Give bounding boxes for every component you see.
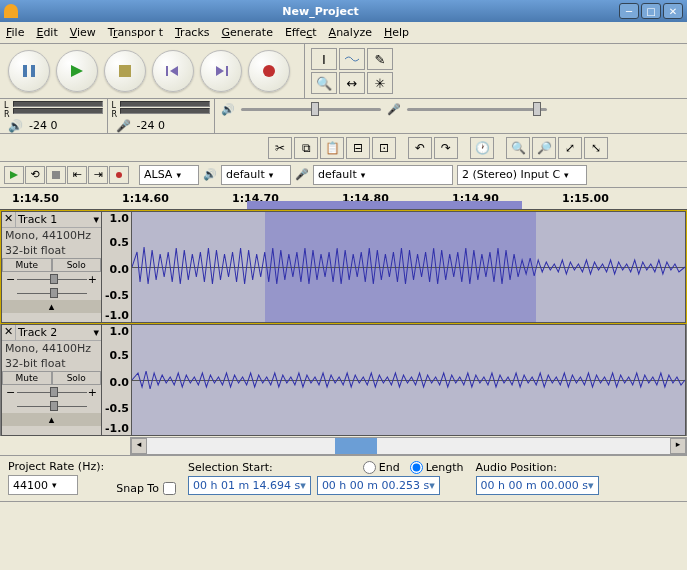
menu-help[interactable]: Help <box>384 26 409 39</box>
menu-generate[interactable]: Generate <box>222 26 273 39</box>
mute-button[interactable]: Mute <box>2 371 52 385</box>
maximize-button[interactable]: □ <box>641 3 661 19</box>
edit-toolbar: ✂ ⧉ 📋 ⊟ ⊡ ↶ ↷ 🕐 🔍 🔎 ⤢ ⤡ <box>0 134 687 162</box>
waveform[interactable] <box>132 212 685 322</box>
solo-button[interactable]: Solo <box>52 371 102 385</box>
audio-position-label: Audio Position: <box>476 461 599 474</box>
pause-button[interactable] <box>8 50 50 92</box>
svg-marker-6 <box>216 66 224 76</box>
sync-lock-button[interactable]: 🕐 <box>470 137 494 159</box>
length-radio[interactable] <box>410 461 423 474</box>
menu-analyze[interactable]: Analyze <box>329 26 372 39</box>
input-channels-combo[interactable]: 2 (Stereo) Input C▾ <box>457 165 587 185</box>
vertical-scale[interactable]: 1.00.50.0-0.5-1.0 <box>102 212 132 322</box>
pan-slider[interactable] <box>2 399 101 413</box>
timeshift-tool[interactable]: ↔ <box>339 72 365 94</box>
svg-rect-1 <box>31 65 35 77</box>
collapse-button[interactable]: ▴ <box>2 413 101 426</box>
cut-button[interactable]: ✂ <box>268 137 292 159</box>
output-device-combo[interactable]: default▾ <box>221 165 291 185</box>
zoom-in-button[interactable]: 🔍 <box>506 137 530 159</box>
track-close-button[interactable]: ✕ <box>2 212 16 227</box>
meter-scale: -24 0 <box>29 119 57 133</box>
snap-to-checkbox[interactable] <box>163 482 176 495</box>
minimize-button[interactable]: ─ <box>619 3 639 19</box>
end-label: End <box>379 461 400 474</box>
project-rate-combo[interactable]: 44100▾ <box>8 475 78 495</box>
track-menu[interactable]: Track 1▾ <box>16 212 101 227</box>
mini-stop-button[interactable] <box>46 166 66 184</box>
record-button[interactable] <box>248 50 290 92</box>
draw-tool[interactable]: ✎ <box>367 48 393 70</box>
trim-button[interactable]: ⊟ <box>346 137 370 159</box>
track-head: ✕Track 1▾ Mono, 44100Hz 32-bit float Mut… <box>2 212 102 322</box>
pan-slider[interactable] <box>2 286 101 300</box>
scroll-left-button[interactable]: ◂ <box>131 438 147 454</box>
menu-transport[interactable]: Transpor t <box>108 26 163 39</box>
record-meter: LR 🎤-24 0 <box>108 99 216 133</box>
fit-project-button[interactable]: ⤡ <box>584 137 608 159</box>
audio-host-combo[interactable]: ALSA▾ <box>139 165 199 185</box>
paste-button[interactable]: 📋 <box>320 137 344 159</box>
skip-start-button[interactable] <box>152 50 194 92</box>
svg-rect-10 <box>52 171 60 179</box>
vertical-scale[interactable]: 1.00.50.0-0.5-1.0 <box>102 325 132 435</box>
scroll-right-button[interactable]: ▸ <box>670 438 686 454</box>
undo-button[interactable]: ↶ <box>408 137 432 159</box>
svg-marker-2 <box>71 65 83 77</box>
timeline-selection-bar[interactable] <box>247 201 522 209</box>
track-close-button[interactable]: ✕ <box>2 325 16 340</box>
waveform[interactable] <box>132 325 685 435</box>
skip-end-button[interactable] <box>200 50 242 92</box>
menu-edit[interactable]: Edit <box>36 26 57 39</box>
selection-start-time[interactable]: 00 h 01 m 14.694 s▾ <box>188 476 311 495</box>
svg-rect-7 <box>226 66 228 76</box>
mini-skip-button[interactable]: ⇤ <box>67 166 87 184</box>
fit-selection-button[interactable]: ⤢ <box>558 137 582 159</box>
multi-tool[interactable]: ✳ <box>367 72 393 94</box>
track-1: ✕Track 1▾ Mono, 44100Hz 32-bit float Mut… <box>1 211 686 323</box>
end-radio[interactable] <box>363 461 376 474</box>
output-volume-slider[interactable] <box>241 101 381 117</box>
menu-view[interactable]: View <box>70 26 96 39</box>
menu-tracks[interactable]: Tracks <box>175 26 210 39</box>
input-device-combo[interactable]: default▾ <box>313 165 453 185</box>
timeline-ruler[interactable]: 1:14.50 1:14.60 1:14.70 1:14.80 1:14.90 … <box>0 188 687 210</box>
envelope-tool[interactable] <box>339 48 365 70</box>
speaker-icon: 🔊 <box>221 103 235 116</box>
horizontal-scrollbar[interactable]: ◂ ▸ <box>130 437 687 455</box>
redo-button[interactable]: ↷ <box>434 137 458 159</box>
timeline-tick: 1:14.60 <box>122 192 169 205</box>
menubar: File Edit View Transpor t Tracks Generat… <box>0 22 687 44</box>
timeline-tick: 1:14.50 <box>12 192 59 205</box>
menu-file[interactable]: File <box>6 26 24 39</box>
selection-start-label: Selection Start: <box>188 461 273 474</box>
svg-marker-9 <box>10 171 18 179</box>
stop-button[interactable] <box>104 50 146 92</box>
collapse-button[interactable]: ▴ <box>2 300 101 313</box>
play-button[interactable] <box>56 50 98 92</box>
gain-slider[interactable]: −+ <box>2 272 101 286</box>
mic-icon: 🎤 <box>116 119 131 133</box>
selection-tool[interactable]: I <box>311 48 337 70</box>
selection-length-time[interactable]: 00 h 00 m 00.253 s▾ <box>317 476 440 495</box>
mini-loop-button[interactable]: ⟲ <box>25 166 45 184</box>
device-toolbar: ⟲ ⇤ ⇥ ALSA▾ 🔊 default▾ 🎤 default▾ 2 (Ste… <box>0 162 687 188</box>
mini-end-button[interactable]: ⇥ <box>88 166 108 184</box>
mute-button[interactable]: Mute <box>2 258 52 272</box>
silence-button[interactable]: ⊡ <box>372 137 396 159</box>
gain-slider[interactable]: −+ <box>2 385 101 399</box>
titlebar: New_Project ─ □ ✕ <box>0 0 687 22</box>
zoom-tool[interactable]: 🔍 <box>311 72 337 94</box>
mini-record-button[interactable] <box>109 166 129 184</box>
track-menu[interactable]: Track 2▾ <box>16 325 101 340</box>
track-depth: 32-bit float <box>2 356 101 371</box>
zoom-out-button[interactable]: 🔎 <box>532 137 556 159</box>
close-button[interactable]: ✕ <box>663 3 683 19</box>
menu-effect[interactable]: Effect <box>285 26 317 39</box>
audio-position-time[interactable]: 00 h 00 m 00.000 s▾ <box>476 476 599 495</box>
input-volume-slider[interactable] <box>407 101 547 117</box>
mini-play-button[interactable] <box>4 166 24 184</box>
solo-button[interactable]: Solo <box>52 258 102 272</box>
copy-button[interactable]: ⧉ <box>294 137 318 159</box>
